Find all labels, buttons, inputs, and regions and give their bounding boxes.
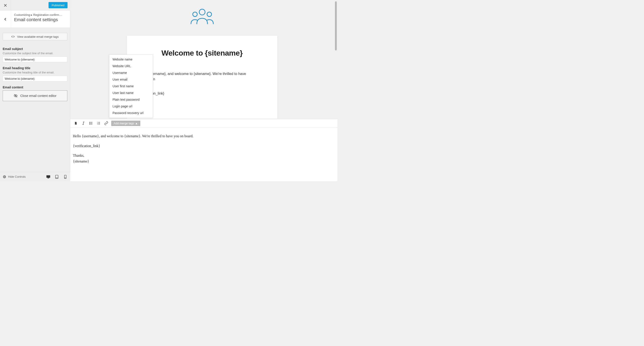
- breadcrumb-path: Registration confirm…: [33, 13, 62, 16]
- bold-button[interactable]: [72, 120, 80, 127]
- svg-point-14: [207, 12, 212, 16]
- svg-rect-5: [46, 175, 50, 178]
- svg-point-20: [90, 124, 90, 124]
- mobile-icon: [63, 174, 68, 179]
- email-subject-input[interactable]: [3, 56, 67, 62]
- dropdown-item-website-name[interactable]: Website name: [109, 56, 153, 63]
- panel-title: Email content settings: [14, 17, 67, 22]
- svg-point-13: [193, 12, 197, 16]
- top-bar: Published: [0, 0, 70, 10]
- link-icon: [104, 121, 108, 125]
- dropdown-item-user-first-name[interactable]: User first name: [109, 83, 153, 90]
- numbered-list-button[interactable]: 123: [95, 120, 102, 127]
- code-icon: [11, 35, 15, 38]
- device-tablet-button[interactable]: [54, 174, 59, 179]
- preview-scrollbar[interactable]: [335, 1, 337, 50]
- breadcrumb: Customizing ▸ Registration confirm…: [14, 13, 67, 16]
- italic-icon: [82, 121, 86, 125]
- hide-controls-label: Hide Controls: [8, 175, 26, 178]
- link-button[interactable]: [102, 120, 110, 127]
- breadcrumb-separator: ▸: [31, 13, 32, 16]
- editor-p1: Hello {username}, and welcome to {sitena…: [73, 133, 335, 139]
- dropdown-item-website-url[interactable]: Website URL: [109, 63, 153, 69]
- add-merge-tags-button[interactable]: Add merge tags ▲: [111, 121, 140, 126]
- published-status[interactable]: Published: [48, 2, 68, 8]
- tablet-icon: [54, 174, 59, 179]
- preview-line1: o {username}, and welcome to {sitename}.…: [144, 72, 246, 81]
- email-heading-group: Email heading title Customize the headin…: [3, 66, 67, 81]
- eye-off-icon: [14, 94, 18, 98]
- bottom-bar: Hide Controls: [0, 172, 70, 181]
- email-heading-input[interactable]: [3, 76, 67, 81]
- close-editor-button[interactable]: Close email content editor: [3, 90, 67, 101]
- dropdown-item-username[interactable]: Username: [109, 69, 153, 76]
- numbered-list-icon: 123: [96, 121, 100, 125]
- dropdown-item-user-last-name[interactable]: User last name: [109, 90, 153, 96]
- merge-tags-dropdown: Website name Website URL Username User e…: [109, 54, 153, 118]
- email-content-group: Email content Close email content editor: [3, 85, 67, 101]
- hide-controls-button[interactable]: Hide Controls: [3, 175, 26, 178]
- close-icon: [3, 3, 8, 7]
- preview-line2: fication_link}: [144, 91, 252, 96]
- bold-icon: [74, 121, 78, 125]
- dropdown-item-plain-password[interactable]: Plain text password: [109, 96, 153, 103]
- editor-p2: {verification_link}: [73, 143, 335, 149]
- back-button[interactable]: [0, 10, 11, 28]
- breadcrumb-prefix: Customizing: [14, 13, 30, 16]
- close-editor-label: Close email content editor: [20, 94, 56, 98]
- email-subject-label: Email subject: [3, 47, 67, 51]
- email-subject-desc: Customize the subject line of the email.: [3, 52, 67, 55]
- email-content-label: Email content: [3, 85, 67, 89]
- editor-p3: Thanks, {sitename}: [73, 153, 335, 164]
- editor-pane: 123 Add merge tags ▲ Hello {username}, a…: [70, 119, 338, 181]
- svg-text:3: 3: [97, 123, 98, 125]
- editor-toolbar: 123 Add merge tags ▲: [70, 119, 338, 128]
- desktop-icon: [46, 174, 50, 179]
- email-subject-group: Email subject Customize the subject line…: [3, 47, 67, 62]
- panel-body: View available email merge tags Email su…: [0, 28, 70, 110]
- email-logo: [70, 1, 334, 36]
- spacer: [11, 0, 46, 10]
- italic-button[interactable]: [80, 120, 87, 127]
- svg-point-4: [3, 175, 6, 178]
- customizer-sidebar: Published Customizing ▸ Registration con…: [0, 0, 70, 172]
- view-merge-tags-button[interactable]: View available email merge tags: [3, 33, 67, 40]
- dropdown-item-login-url[interactable]: Login page url: [109, 103, 153, 110]
- email-heading-label: Email heading title: [3, 66, 67, 70]
- collapse-icon: [3, 175, 6, 178]
- device-mobile-button[interactable]: [63, 174, 68, 179]
- add-merge-tags-label: Add merge tags: [114, 122, 134, 125]
- dropdown-item-user-email[interactable]: User email: [109, 76, 153, 83]
- close-button[interactable]: [0, 0, 11, 10]
- editor-content[interactable]: Hello {username}, and welcome to {sitena…: [70, 128, 338, 174]
- people-icon: [189, 8, 216, 24]
- panel-breadcrumb-container: Customizing ▸ Registration confirm… Emai…: [11, 10, 70, 28]
- bullet-list-icon: [89, 121, 93, 125]
- email-heading-desc: Customize the heading title of the email…: [3, 71, 67, 74]
- dropdown-item-recovery-url[interactable]: Password recovery url: [109, 110, 153, 116]
- svg-rect-6: [48, 178, 49, 178]
- bullet-list-button[interactable]: [87, 120, 95, 127]
- chevron-left-icon: [3, 17, 8, 21]
- svg-point-19: [90, 123, 90, 123]
- view-merge-tags-label: View available email merge tags: [17, 35, 58, 38]
- svg-rect-7: [48, 178, 49, 178]
- svg-line-17: [83, 122, 84, 125]
- panel-header: Customizing ▸ Registration confirm… Emai…: [0, 10, 70, 28]
- svg-point-12: [199, 9, 205, 15]
- triangle-up-icon: ▲: [135, 122, 138, 125]
- svg-point-18: [90, 122, 90, 122]
- device-desktop-button[interactable]: [46, 174, 50, 179]
